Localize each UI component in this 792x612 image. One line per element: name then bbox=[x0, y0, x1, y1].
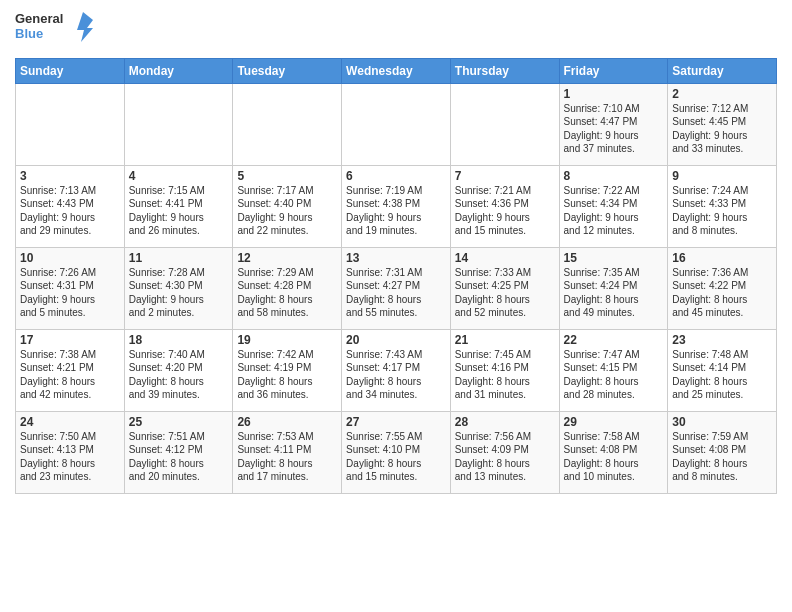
day-info: Sunrise: 7:48 AM Sunset: 4:14 PM Dayligh… bbox=[672, 348, 772, 402]
day-number: 12 bbox=[237, 251, 337, 265]
calendar-cell: 8Sunrise: 7:22 AM Sunset: 4:34 PM Daylig… bbox=[559, 165, 668, 247]
day-info: Sunrise: 7:31 AM Sunset: 4:27 PM Dayligh… bbox=[346, 266, 446, 320]
logo-svg: General Blue bbox=[15, 10, 95, 46]
logo-text: General Blue bbox=[15, 10, 95, 50]
weekday-header-saturday: Saturday bbox=[668, 58, 777, 83]
calendar-cell: 13Sunrise: 7:31 AM Sunset: 4:27 PM Dayli… bbox=[342, 247, 451, 329]
calendar-cell: 14Sunrise: 7:33 AM Sunset: 4:25 PM Dayli… bbox=[450, 247, 559, 329]
day-number: 11 bbox=[129, 251, 229, 265]
calendar-cell: 26Sunrise: 7:53 AM Sunset: 4:11 PM Dayli… bbox=[233, 411, 342, 493]
calendar-cell: 7Sunrise: 7:21 AM Sunset: 4:36 PM Daylig… bbox=[450, 165, 559, 247]
day-number: 22 bbox=[564, 333, 664, 347]
day-number: 7 bbox=[455, 169, 555, 183]
logo: General Blue bbox=[15, 10, 95, 50]
day-info: Sunrise: 7:59 AM Sunset: 4:08 PM Dayligh… bbox=[672, 430, 772, 484]
day-number: 14 bbox=[455, 251, 555, 265]
day-info: Sunrise: 7:36 AM Sunset: 4:22 PM Dayligh… bbox=[672, 266, 772, 320]
week-row-3: 10Sunrise: 7:26 AM Sunset: 4:31 PM Dayli… bbox=[16, 247, 777, 329]
day-info: Sunrise: 7:58 AM Sunset: 4:08 PM Dayligh… bbox=[564, 430, 664, 484]
day-number: 4 bbox=[129, 169, 229, 183]
day-info: Sunrise: 7:55 AM Sunset: 4:10 PM Dayligh… bbox=[346, 430, 446, 484]
day-info: Sunrise: 7:10 AM Sunset: 4:47 PM Dayligh… bbox=[564, 102, 664, 156]
week-row-4: 17Sunrise: 7:38 AM Sunset: 4:21 PM Dayli… bbox=[16, 329, 777, 411]
day-info: Sunrise: 7:47 AM Sunset: 4:15 PM Dayligh… bbox=[564, 348, 664, 402]
calendar-cell: 17Sunrise: 7:38 AM Sunset: 4:21 PM Dayli… bbox=[16, 329, 125, 411]
weekday-header-sunday: Sunday bbox=[16, 58, 125, 83]
weekday-header-tuesday: Tuesday bbox=[233, 58, 342, 83]
day-number: 10 bbox=[20, 251, 120, 265]
calendar-cell: 9Sunrise: 7:24 AM Sunset: 4:33 PM Daylig… bbox=[668, 165, 777, 247]
day-number: 3 bbox=[20, 169, 120, 183]
week-row-2: 3Sunrise: 7:13 AM Sunset: 4:43 PM Daylig… bbox=[16, 165, 777, 247]
calendar-cell: 6Sunrise: 7:19 AM Sunset: 4:38 PM Daylig… bbox=[342, 165, 451, 247]
day-number: 29 bbox=[564, 415, 664, 429]
weekday-header-friday: Friday bbox=[559, 58, 668, 83]
day-info: Sunrise: 7:35 AM Sunset: 4:24 PM Dayligh… bbox=[564, 266, 664, 320]
calendar-table: SundayMondayTuesdayWednesdayThursdayFrid… bbox=[15, 58, 777, 494]
calendar-cell: 24Sunrise: 7:50 AM Sunset: 4:13 PM Dayli… bbox=[16, 411, 125, 493]
day-number: 2 bbox=[672, 87, 772, 101]
svg-text:General: General bbox=[15, 11, 63, 26]
day-info: Sunrise: 7:50 AM Sunset: 4:13 PM Dayligh… bbox=[20, 430, 120, 484]
day-info: Sunrise: 7:43 AM Sunset: 4:17 PM Dayligh… bbox=[346, 348, 446, 402]
calendar-cell: 29Sunrise: 7:58 AM Sunset: 4:08 PM Dayli… bbox=[559, 411, 668, 493]
calendar-cell: 16Sunrise: 7:36 AM Sunset: 4:22 PM Dayli… bbox=[668, 247, 777, 329]
calendar-cell: 28Sunrise: 7:56 AM Sunset: 4:09 PM Dayli… bbox=[450, 411, 559, 493]
calendar-cell bbox=[16, 83, 125, 165]
day-info: Sunrise: 7:29 AM Sunset: 4:28 PM Dayligh… bbox=[237, 266, 337, 320]
day-number: 9 bbox=[672, 169, 772, 183]
calendar-cell: 1Sunrise: 7:10 AM Sunset: 4:47 PM Daylig… bbox=[559, 83, 668, 165]
day-number: 30 bbox=[672, 415, 772, 429]
day-info: Sunrise: 7:21 AM Sunset: 4:36 PM Dayligh… bbox=[455, 184, 555, 238]
calendar-cell: 25Sunrise: 7:51 AM Sunset: 4:12 PM Dayli… bbox=[124, 411, 233, 493]
header: General Blue bbox=[15, 10, 777, 50]
day-number: 6 bbox=[346, 169, 446, 183]
calendar-cell bbox=[450, 83, 559, 165]
day-number: 19 bbox=[237, 333, 337, 347]
weekday-header-monday: Monday bbox=[124, 58, 233, 83]
week-row-5: 24Sunrise: 7:50 AM Sunset: 4:13 PM Dayli… bbox=[16, 411, 777, 493]
calendar-cell: 22Sunrise: 7:47 AM Sunset: 4:15 PM Dayli… bbox=[559, 329, 668, 411]
day-info: Sunrise: 7:38 AM Sunset: 4:21 PM Dayligh… bbox=[20, 348, 120, 402]
svg-marker-2 bbox=[77, 12, 93, 42]
day-info: Sunrise: 7:42 AM Sunset: 4:19 PM Dayligh… bbox=[237, 348, 337, 402]
day-number: 23 bbox=[672, 333, 772, 347]
calendar-cell: 19Sunrise: 7:42 AM Sunset: 4:19 PM Dayli… bbox=[233, 329, 342, 411]
day-number: 1 bbox=[564, 87, 664, 101]
calendar-cell bbox=[342, 83, 451, 165]
calendar-cell: 10Sunrise: 7:26 AM Sunset: 4:31 PM Dayli… bbox=[16, 247, 125, 329]
calendar-cell: 18Sunrise: 7:40 AM Sunset: 4:20 PM Dayli… bbox=[124, 329, 233, 411]
week-row-1: 1Sunrise: 7:10 AM Sunset: 4:47 PM Daylig… bbox=[16, 83, 777, 165]
calendar-cell: 21Sunrise: 7:45 AM Sunset: 4:16 PM Dayli… bbox=[450, 329, 559, 411]
calendar-cell: 3Sunrise: 7:13 AM Sunset: 4:43 PM Daylig… bbox=[16, 165, 125, 247]
weekday-header-wednesday: Wednesday bbox=[342, 58, 451, 83]
weekday-header-thursday: Thursday bbox=[450, 58, 559, 83]
calendar-cell: 5Sunrise: 7:17 AM Sunset: 4:40 PM Daylig… bbox=[233, 165, 342, 247]
day-number: 16 bbox=[672, 251, 772, 265]
day-info: Sunrise: 7:51 AM Sunset: 4:12 PM Dayligh… bbox=[129, 430, 229, 484]
day-info: Sunrise: 7:12 AM Sunset: 4:45 PM Dayligh… bbox=[672, 102, 772, 156]
svg-text:Blue: Blue bbox=[15, 26, 43, 41]
calendar-cell bbox=[233, 83, 342, 165]
weekday-header-row: SundayMondayTuesdayWednesdayThursdayFrid… bbox=[16, 58, 777, 83]
calendar-cell: 11Sunrise: 7:28 AM Sunset: 4:30 PM Dayli… bbox=[124, 247, 233, 329]
day-number: 20 bbox=[346, 333, 446, 347]
day-number: 13 bbox=[346, 251, 446, 265]
day-info: Sunrise: 7:24 AM Sunset: 4:33 PM Dayligh… bbox=[672, 184, 772, 238]
day-number: 28 bbox=[455, 415, 555, 429]
day-info: Sunrise: 7:17 AM Sunset: 4:40 PM Dayligh… bbox=[237, 184, 337, 238]
day-number: 26 bbox=[237, 415, 337, 429]
calendar-cell bbox=[124, 83, 233, 165]
day-info: Sunrise: 7:26 AM Sunset: 4:31 PM Dayligh… bbox=[20, 266, 120, 320]
day-info: Sunrise: 7:56 AM Sunset: 4:09 PM Dayligh… bbox=[455, 430, 555, 484]
day-number: 15 bbox=[564, 251, 664, 265]
calendar-cell: 2Sunrise: 7:12 AM Sunset: 4:45 PM Daylig… bbox=[668, 83, 777, 165]
day-number: 25 bbox=[129, 415, 229, 429]
calendar-cell: 12Sunrise: 7:29 AM Sunset: 4:28 PM Dayli… bbox=[233, 247, 342, 329]
calendar-cell: 15Sunrise: 7:35 AM Sunset: 4:24 PM Dayli… bbox=[559, 247, 668, 329]
calendar-cell: 23Sunrise: 7:48 AM Sunset: 4:14 PM Dayli… bbox=[668, 329, 777, 411]
day-info: Sunrise: 7:45 AM Sunset: 4:16 PM Dayligh… bbox=[455, 348, 555, 402]
day-number: 8 bbox=[564, 169, 664, 183]
day-number: 21 bbox=[455, 333, 555, 347]
calendar-cell: 30Sunrise: 7:59 AM Sunset: 4:08 PM Dayli… bbox=[668, 411, 777, 493]
